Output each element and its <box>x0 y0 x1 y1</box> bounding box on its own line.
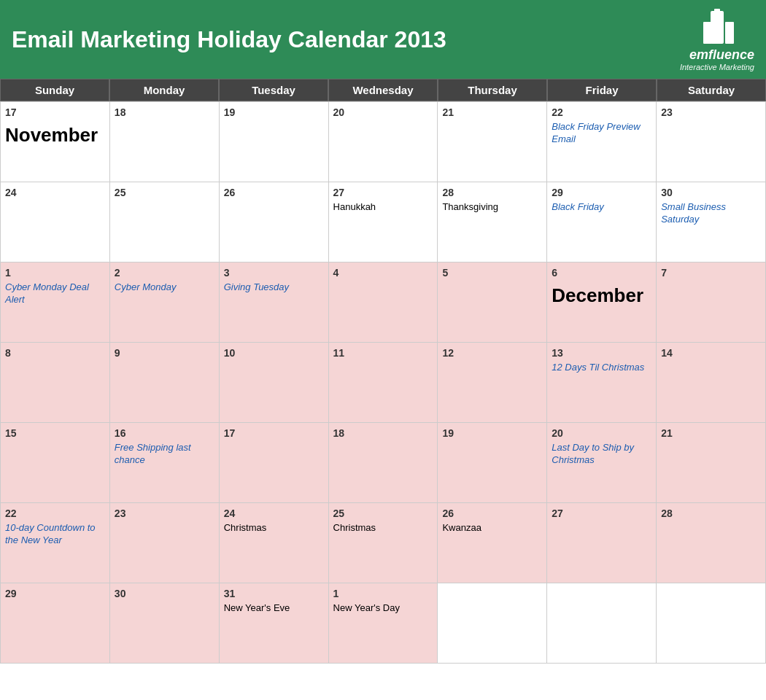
cell-date-number: 14 <box>661 347 761 359</box>
cell-date-number: 16 <box>115 427 214 439</box>
calendar-cell: 28Thanksgiving <box>438 182 547 262</box>
cell-event-label: Black Friday <box>552 201 651 214</box>
calendar-cell: 26Kwanzaa <box>438 503 547 583</box>
svg-rect-2 <box>703 22 712 44</box>
calendar-cell: 2Cyber Monday <box>110 262 220 343</box>
calendar-cell: 4 <box>329 262 438 343</box>
cell-date-number: 5 <box>442 267 542 279</box>
cell-date-number: 12 <box>442 347 542 359</box>
cell-date-number: 17 <box>224 427 324 439</box>
cell-date-number: 10 <box>224 347 324 359</box>
calendar-cell: 18 <box>110 102 220 182</box>
cell-date-number: 28 <box>442 187 542 198</box>
cell-date-number: 19 <box>224 106 324 118</box>
cell-event-label: New Year's Day <box>333 602 433 615</box>
cell-event-label: Small Business Saturday <box>661 201 761 226</box>
cell-date-number: 31 <box>224 588 324 599</box>
cell-date-number: 30 <box>115 588 214 599</box>
cell-date-number: 9 <box>115 347 214 359</box>
svg-rect-1 <box>714 9 720 15</box>
calendar-cell: 3Giving Tuesday <box>220 262 329 343</box>
cell-date-number: 24 <box>224 508 324 519</box>
calendar-cell: 18 <box>329 423 438 503</box>
svg-rect-0 <box>711 11 724 44</box>
header: Email Marketing Holiday Calendar 2013 em… <box>0 0 766 79</box>
calendar-cell <box>547 583 657 664</box>
cell-event-label: Last Day to Ship by Christmas <box>552 442 651 467</box>
calendar-cell: 20 <box>329 102 438 182</box>
calendar-cell <box>438 583 547 664</box>
cell-date-number: 27 <box>333 187 433 198</box>
calendar-cell: 2210-day Countdown to the New Year <box>1 503 110 583</box>
cell-event-label: 12 Days Til Christmas <box>552 362 651 374</box>
cell-date-number: 7 <box>661 267 761 279</box>
cell-date-number: 17 <box>5 106 105 118</box>
day-header-friday: Friday <box>547 79 657 101</box>
cell-date-number: 22 <box>552 106 651 118</box>
calendar-cell <box>657 583 766 664</box>
calendar-grid: 17November1819202122Black Friday Preview… <box>0 101 766 664</box>
cell-date-number: 22 <box>5 508 105 519</box>
calendar-cell: 5 <box>438 262 547 343</box>
cell-event-label: Hanukkah <box>333 201 433 214</box>
cell-date-number: 30 <box>661 187 761 198</box>
cell-date-number: 1 <box>5 267 105 279</box>
calendar-cell: 7 <box>657 262 766 343</box>
day-header-saturday: Saturday <box>657 79 766 101</box>
calendar-cell: 30Small Business Saturday <box>657 182 766 262</box>
cell-date-number: 1 <box>333 588 433 599</box>
calendar-cell: 28 <box>657 503 766 583</box>
calendar-cell: 9 <box>110 343 220 423</box>
cell-date-number: 8 <box>5 347 105 359</box>
calendar-cell: 27 <box>547 503 657 583</box>
logo-area: emfluence Interactive Marketing <box>680 7 754 71</box>
calendar-cell: 19 <box>438 423 547 503</box>
calendar-cell: 25 <box>110 182 220 262</box>
logo-brand: emfluence <box>680 47 754 63</box>
cell-date-number: 18 <box>333 427 433 439</box>
month-label: November <box>5 124 105 147</box>
cell-event-label: Cyber Monday Deal Alert <box>5 281 105 306</box>
day-header-wednesday: Wednesday <box>328 79 438 101</box>
calendar-cell: 14 <box>657 343 766 423</box>
cell-date-number: 27 <box>552 508 651 519</box>
calendar-cell: 26 <box>220 182 329 262</box>
day-header-monday: Monday <box>109 79 219 101</box>
cell-event-label: Black Friday Preview Email <box>552 121 651 146</box>
cell-event-label: Christmas <box>333 522 433 534</box>
cell-date-number: 3 <box>224 267 324 279</box>
cell-event-label: Free Shipping last chance <box>115 442 214 467</box>
calendar-cell: 30 <box>110 583 220 664</box>
day-header-sunday: Sunday <box>0 79 109 101</box>
cell-date-number: 6 <box>552 267 651 279</box>
cell-date-number: 26 <box>224 187 324 198</box>
calendar-cell: 8 <box>1 343 110 423</box>
calendar-cell: 1New Year's Day <box>329 583 438 664</box>
cell-date-number: 11 <box>333 347 433 359</box>
calendar-cell: 21 <box>438 102 547 182</box>
cell-event-label: Kwanzaa <box>442 522 542 534</box>
calendar-cell: 24Christmas <box>220 503 329 583</box>
cell-date-number: 21 <box>661 427 761 439</box>
logo-subtext: Interactive Marketing <box>680 63 754 71</box>
month-label: December <box>552 284 651 307</box>
day-header-thursday: Thursday <box>438 79 547 101</box>
cell-event-label: Giving Tuesday <box>224 281 324 294</box>
cell-date-number: 19 <box>442 427 542 439</box>
logo-icon <box>689 7 754 47</box>
calendar-cell: 24 <box>1 182 110 262</box>
calendar-cell: 27Hanukkah <box>329 182 438 262</box>
cell-date-number: 18 <box>115 106 214 118</box>
calendar-cell: 1Cyber Monday Deal Alert <box>1 262 110 343</box>
cell-date-number: 28 <box>661 508 761 519</box>
cell-event-label: 10-day Countdown to the New Year <box>5 522 105 547</box>
calendar-cell: 29 <box>1 583 110 664</box>
calendar-cell: 29Black Friday <box>547 182 657 262</box>
calendar-cell: 1312 Days Til Christmas <box>547 343 657 423</box>
calendar-cell: 6December <box>547 262 657 343</box>
calendar-cell: 23 <box>110 503 220 583</box>
calendar-cell: 17 <box>220 423 329 503</box>
calendar-cell: 25Christmas <box>329 503 438 583</box>
cell-date-number: 23 <box>661 106 761 118</box>
cell-date-number: 20 <box>333 106 433 118</box>
